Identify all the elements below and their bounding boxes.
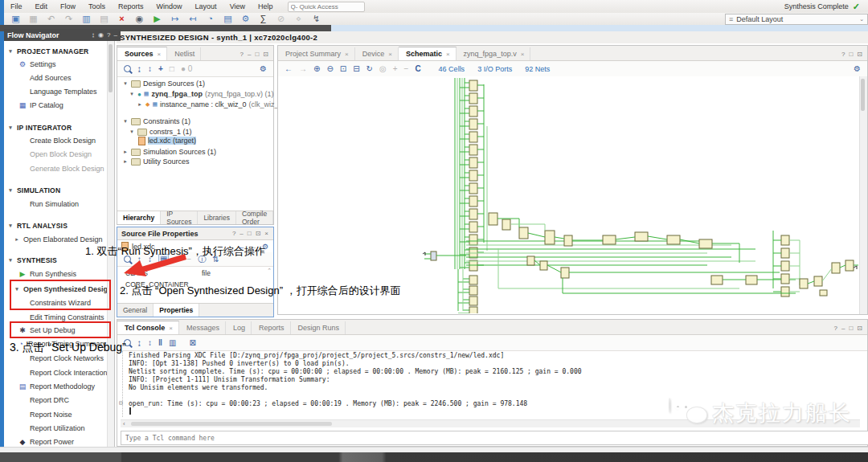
minimize-icon[interactable]: –	[841, 325, 845, 332]
menu-view[interactable]: View	[223, 2, 252, 10]
scroll-up-icon[interactable]: ⌃	[267, 268, 272, 274]
nav-dock-icon[interactable]: ↨	[92, 31, 95, 39]
tab-general[interactable]: General	[117, 304, 154, 317]
save-icon[interactable]: ▦	[28, 14, 39, 24]
menu-flow[interactable]: Flow	[54, 2, 82, 10]
tab-properties[interactable]: Properties	[154, 304, 199, 317]
tcl-command-input[interactable]	[121, 431, 868, 445]
schematic-settings-icon[interactable]: ⚙	[854, 64, 867, 73]
nav-item-set-up-debug[interactable]: ✱ Set Up Debug	[4, 325, 121, 335]
tab-tcl-console[interactable]: Tcl Console ×	[117, 321, 179, 334]
tree-row-top-module[interactable]: ▾ ● ▦ zynq_fpga_top (zynq_fpga_top.v) (1…	[129, 89, 274, 99]
close-icon[interactable]: ×	[388, 51, 392, 58]
zoom-out-icon[interactable]: ⊖	[326, 64, 333, 73]
add-sources-icon[interactable]: +	[158, 64, 163, 73]
regenerate-icon[interactable]: C	[415, 64, 420, 73]
help-icon[interactable]: ?	[841, 51, 845, 58]
tab-messages[interactable]: Messages	[179, 321, 226, 334]
close-icon[interactable]: ×	[446, 51, 450, 58]
undo-icon[interactable]: ↶	[46, 14, 56, 24]
nav-section-project-manager[interactable]: ▾ PROJECT MANAGER	[4, 46, 110, 56]
close-icon[interactable]: ×	[345, 51, 349, 58]
nav-pin-icon[interactable]: ◉	[98, 31, 104, 39]
tab-netlist[interactable]: Netlist	[167, 47, 201, 60]
nav-item-run-synthesis[interactable]: ▶ Run Synthesis	[4, 268, 121, 279]
nav-item-open-elaborated-design[interactable]: ▸ Open Elaborated Design	[4, 234, 117, 244]
tab-ip-sources[interactable]: IP Sources	[161, 211, 198, 224]
nav-item-open-synthesized-design[interactable]: ▾ Open Synthesized Design	[4, 284, 117, 294]
sources-settings-icon[interactable]: ⚙	[260, 64, 273, 73]
autofit-icon[interactable]: ↻	[366, 64, 373, 73]
expand-all-icon[interactable]: ↨	[137, 64, 141, 73]
help-icon[interactable]: ?	[834, 325, 837, 332]
tab-sources[interactable]: Sources ×	[117, 47, 167, 60]
tab-log[interactable]: Log	[226, 321, 252, 334]
step-out-icon[interactable]: ↤	[187, 14, 198, 24]
checklist-icon[interactable]: ▤	[223, 14, 233, 24]
paste-icon[interactable]: ▤	[99, 14, 109, 24]
menu-file[interactable]: File	[4, 2, 29, 10]
menu-tools[interactable]: Tools	[82, 2, 112, 10]
close-design-icon[interactable]: ×	[117, 14, 127, 24]
tab-hierarchy[interactable]: Hierarchy	[117, 211, 161, 224]
float-icon[interactable]: ⊡	[263, 51, 268, 58]
cells-link[interactable]: 46 Cells	[439, 65, 465, 73]
copy-output-icon[interactable]: ▥	[169, 338, 176, 347]
help-icon[interactable]: ?	[232, 230, 235, 237]
nav-section-ip-integrator[interactable]: ▾ IP INTEGRATOR	[4, 122, 110, 133]
maximize-icon[interactable]: □	[248, 230, 252, 237]
scroll-left-icon[interactable]: ‹	[121, 420, 128, 427]
maximize-icon[interactable]: □	[849, 325, 853, 332]
zoom-in-icon[interactable]: ⊕	[313, 64, 320, 73]
pause-output-icon[interactable]: ‖	[158, 338, 162, 347]
run-icon[interactable]: ▶	[152, 14, 162, 24]
copy-icon[interactable]: ▥	[81, 14, 92, 24]
nets-link[interactable]: 92 Nets	[525, 65, 550, 73]
nav-minimize-icon[interactable]: –	[114, 31, 117, 39]
tab-design-runs[interactable]: Design Runs	[291, 321, 346, 334]
nav-section-simulation[interactable]: ▾ SIMULATION	[4, 185, 110, 195]
nav-section-rtl-analysis[interactable]: ▾ RTL ANALYSIS	[4, 220, 110, 231]
tree-row-clk-wiz-instance[interactable]: ▸ ◆ ▦ instance_name : clk_wiz_0 (clk_wiz…	[137, 100, 296, 109]
nav-item-ip-catalog[interactable]: ▦ IP Catalog	[4, 100, 121, 110]
find-icon[interactable]: ◉	[134, 14, 145, 24]
clear-console-icon[interactable]: ⊠	[189, 338, 195, 347]
collapse-all-icon[interactable]: ↕	[148, 338, 152, 347]
redo-icon[interactable]: ↷	[63, 14, 74, 24]
close-icon[interactable]: ×	[521, 51, 525, 58]
menu-layout[interactable]: Layout	[189, 2, 223, 10]
quick-access-input[interactable]	[288, 2, 365, 12]
back-icon[interactable]: ←	[285, 64, 293, 73]
tab-compile-order[interactable]: Compile Order	[236, 211, 273, 224]
maximize-icon[interactable]: □	[255, 51, 259, 58]
collapse-all-icon[interactable]: ↕	[148, 64, 152, 73]
close-icon[interactable]: ×	[264, 230, 268, 237]
close-icon[interactable]: ×	[169, 325, 173, 332]
float-icon[interactable]: ⊡	[256, 230, 261, 237]
tab-reports[interactable]: Reports	[252, 321, 291, 334]
tab-libraries[interactable]: Libraries	[198, 211, 236, 224]
tree-row-design-sources[interactable]: ▾ Design Sources (1)	[122, 79, 205, 88]
zoom-fit-icon[interactable]: ⊡	[340, 64, 346, 73]
nav-item-settings[interactable]: ⚙ Settings	[4, 59, 121, 69]
open-project-icon[interactable]: ▣	[10, 14, 21, 24]
float-icon[interactable]: ⊡	[857, 51, 862, 58]
tab-device[interactable]: Device ×	[355, 47, 399, 60]
maximize-icon[interactable]: □	[849, 51, 853, 58]
menu-edit[interactable]: Edit	[29, 2, 55, 10]
tree-row-utility-sources[interactable]: ▸ Utility Sources	[122, 157, 190, 166]
float-icon[interactable]: ⊡	[857, 325, 862, 332]
tree-row-led-xdc[interactable]: led.xdc (target)	[138, 136, 196, 145]
minimize-icon[interactable]: –	[248, 51, 251, 58]
io-ports-link[interactable]: 3 I/O Ports	[477, 65, 512, 73]
tab-zynq-fpga-top-v[interactable]: zynq_fpga_top.v ×	[457, 47, 531, 60]
menu-help[interactable]: Help	[252, 2, 280, 10]
expand-all-icon[interactable]: ↨	[137, 338, 141, 347]
settings-icon[interactable]: ⚙	[240, 14, 251, 24]
menu-window[interactable]: Window	[150, 2, 189, 10]
wand-icon[interactable]: ↯	[311, 14, 321, 24]
sigma-icon[interactable]: ∑	[258, 14, 268, 24]
menu-reports[interactable]: Reports	[112, 2, 150, 10]
layout-selector[interactable]: ≡ Default Layout ⌄	[725, 14, 868, 25]
nav-item-report-power[interactable]: ◆ Report Power	[4, 436, 121, 447]
